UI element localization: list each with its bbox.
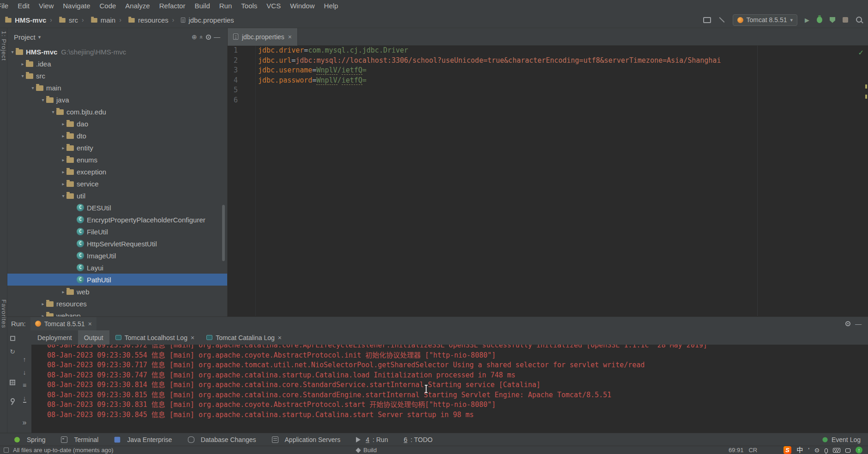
ime-punctuation-icon[interactable]: ’ xyxy=(808,446,809,454)
menu-item[interactable]: View xyxy=(34,0,58,12)
tree-chevron-icon[interactable]: ▸ xyxy=(60,133,66,138)
breadcrumb-item[interactable]: jdbc.properties xyxy=(169,16,234,24)
tree-item[interactable]: ▸ web xyxy=(7,286,227,298)
tree-chevron-icon[interactable]: ▸ xyxy=(60,169,66,174)
tree-item[interactable]: DESUtil xyxy=(7,202,227,214)
sogou-logo-icon[interactable]: S xyxy=(784,446,791,454)
tree-chevron-icon[interactable]: ▸ xyxy=(60,181,66,186)
ime-arrow-icon[interactable]: ↑ xyxy=(856,447,862,454)
tree-item[interactable]: ▾ main xyxy=(7,82,227,94)
tree-chevron-icon[interactable]: ▸ xyxy=(60,145,66,150)
tool-window-button[interactable]: Terminal xyxy=(61,436,98,443)
menu-item[interactable]: Refactor xyxy=(155,0,190,12)
tree-item[interactable]: Layui xyxy=(7,262,227,274)
collapse-all-icon[interactable]: « xyxy=(198,35,205,38)
hide-panel-icon[interactable]: — xyxy=(214,33,220,41)
menu-item[interactable]: VCS xyxy=(262,0,285,12)
tree-chevron-icon[interactable]: ▾ xyxy=(30,85,36,90)
tree-chevron-icon[interactable]: ▸ xyxy=(60,121,66,126)
window-icon[interactable] xyxy=(703,17,711,23)
tree-item[interactable]: FileUtil xyxy=(7,226,227,238)
tree-item[interactable]: ▸ enums xyxy=(7,154,227,166)
close-tab-icon[interactable]: × xyxy=(191,334,194,341)
menu-item[interactable]: Run xyxy=(215,0,237,12)
caret-position[interactable]: 69:91 xyxy=(729,447,744,454)
locate-file-icon[interactable]: ⊕ xyxy=(192,33,197,41)
console-tab[interactable]: Tomcat Localhost Log × xyxy=(109,330,200,345)
stripe-favorites-label[interactable]: Favorites xyxy=(0,299,7,328)
tree-chevron-icon[interactable]: ▸ xyxy=(19,61,26,66)
more-icon[interactable]: » xyxy=(23,419,27,426)
tree-item[interactable]: ▸ entity xyxy=(7,142,227,154)
tool-window-button[interactable]: Java Enterprise xyxy=(114,436,172,443)
editor-content[interactable]: 1 jdbc.driver=com.mysql.cj.jdbc.Driver 2… xyxy=(228,46,868,316)
tree-chevron-icon[interactable]: ▸ xyxy=(60,289,66,294)
breadcrumb-item[interactable]: HMS-mvc xyxy=(5,16,46,24)
debug-button[interactable] xyxy=(817,17,822,23)
pin-icon[interactable] xyxy=(11,398,15,402)
hide-panel-icon[interactable]: — xyxy=(855,320,862,328)
tool-window-button[interactable]: 6: TODO xyxy=(404,436,433,443)
close-tab-icon[interactable]: × xyxy=(288,33,292,41)
tool-window-button[interactable]: 4: Run xyxy=(356,436,388,443)
tree-chevron-icon[interactable]: ▾ xyxy=(40,97,46,102)
ime-toolbox-icon[interactable] xyxy=(845,448,850,453)
close-tab-icon[interactable]: × xyxy=(278,334,282,341)
rerun-icon[interactable]: ↻ xyxy=(10,348,15,355)
tree-chevron-icon[interactable]: ▾ xyxy=(60,193,66,198)
stop-button[interactable] xyxy=(843,17,848,23)
tree-item[interactable]: HttpServletRequestUtil xyxy=(7,238,227,250)
console-tab[interactable]: Output xyxy=(78,330,109,345)
menu-item[interactable]: Build xyxy=(190,0,214,12)
tree-item[interactable]: ▾ com.bjtu.edu xyxy=(7,106,227,118)
menu-item[interactable]: Navigate xyxy=(58,0,95,12)
console-tab[interactable]: Deployment xyxy=(31,330,78,345)
editor-tab[interactable]: jdbc.properties × xyxy=(228,28,298,46)
breadcrumb-item[interactable]: resources xyxy=(115,16,169,24)
stripe-project-label[interactable]: 1: Project xyxy=(0,31,7,61)
status-message[interactable]: All files are up-to-date (moments ago) xyxy=(13,447,113,454)
run-button[interactable]: ▶ xyxy=(805,17,809,24)
menu-item[interactable]: Code xyxy=(95,0,121,12)
warning-stripe-mark[interactable] xyxy=(865,84,867,89)
menu-item[interactable]: Window xyxy=(285,0,319,12)
layout-icon[interactable] xyxy=(10,380,15,385)
tree-item[interactable]: ▾ java xyxy=(7,94,227,106)
scroll-to-end-icon[interactable]: ↓ xyxy=(23,395,26,403)
tree-item[interactable]: ▾ src xyxy=(7,70,227,82)
tree-chevron-icon[interactable]: ▾ xyxy=(50,109,56,114)
menu-item[interactable]: Help xyxy=(319,0,343,12)
tree-chevron-icon[interactable]: ▸ xyxy=(40,313,46,317)
coverage-button[interactable] xyxy=(830,17,835,23)
tree-item[interactable]: ▾ HMS-mvc G:\shejiing\HMS-mvc xyxy=(7,46,227,58)
run-config-selector[interactable]: Tomcat 8.5.51 ▾ xyxy=(733,14,797,26)
event-log-button[interactable]: Event Log xyxy=(822,436,861,443)
ime-language-icon[interactable]: 中 xyxy=(796,446,803,454)
project-panel-title[interactable]: Project xyxy=(14,33,36,41)
up-arrow-icon[interactable]: ↑ xyxy=(23,356,26,363)
down-arrow-icon[interactable]: ↓ xyxy=(23,369,26,376)
run-config-tab[interactable]: Tomcat 8.5.51 × xyxy=(30,317,96,330)
tree-item[interactable]: ImageUtil xyxy=(7,250,227,262)
menu-item[interactable]: Tools xyxy=(236,0,262,12)
stop-icon[interactable] xyxy=(10,336,15,341)
tree-item[interactable]: ▸ dao xyxy=(7,118,227,130)
keyboard-icon[interactable] xyxy=(833,448,840,453)
search-icon[interactable] xyxy=(856,16,863,24)
build-hammer-icon[interactable] xyxy=(719,17,724,23)
gear-icon[interactable] xyxy=(206,35,211,40)
menu-item[interactable]: Analyze xyxy=(121,0,154,12)
tree-item[interactable]: ▸ dto xyxy=(7,130,227,142)
breadcrumb-item[interactable]: main xyxy=(78,16,115,24)
console-tab[interactable]: Tomcat Catalina Log × xyxy=(200,330,288,345)
tree-item[interactable]: ▾ util xyxy=(7,190,227,202)
tree-item[interactable]: ▸ exception xyxy=(7,166,227,178)
tree-item[interactable]: ▸ webapp xyxy=(7,310,227,317)
tree-chevron-icon[interactable]: ▾ xyxy=(9,49,16,54)
build-status[interactable]: Build xyxy=(356,447,377,454)
ime-shape-icon[interactable]: ⊙ xyxy=(814,446,820,454)
line-ending[interactable]: CR xyxy=(748,447,757,454)
console-output[interactable]: 08-Jan-2023 09:23:30.372 信息 [main] org.a… xyxy=(31,345,868,433)
warning-stripe-mark[interactable] xyxy=(865,95,867,99)
tree-item[interactable]: PathUtil xyxy=(7,274,227,286)
